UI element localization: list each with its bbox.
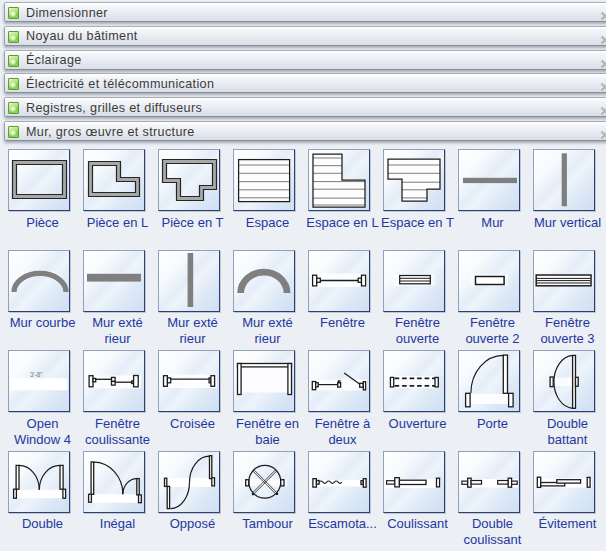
svg-text:3'-8": 3'-8" bbox=[30, 371, 43, 378]
